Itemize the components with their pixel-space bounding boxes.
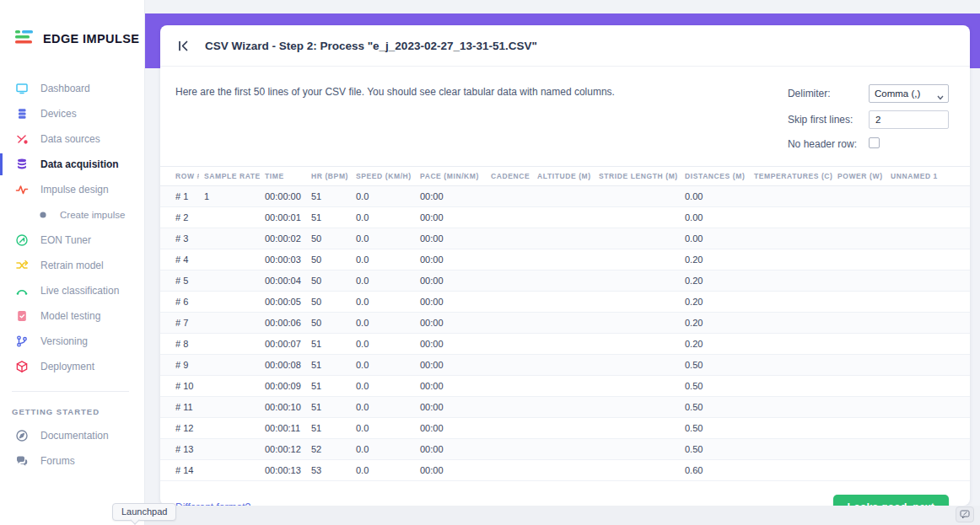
sidebar-item-label: Impulse design: [40, 184, 109, 196]
table-cell: [886, 397, 970, 418]
sidebar-item-retrain-model[interactable]: Retrain model: [0, 253, 144, 278]
table-cell: [594, 313, 680, 334]
sidebar-item-documentation[interactable]: Documentation: [0, 423, 144, 448]
table-cell: [749, 460, 832, 481]
sidebar-item-versioning[interactable]: Versioning: [0, 329, 144, 354]
table-cell: 00:00:07: [260, 334, 306, 355]
sidebar-item-data-acquisition[interactable]: Data acquisition: [0, 152, 144, 177]
no-header-label: No header row:: [788, 138, 857, 150]
column-header: DISTANCES (M): [680, 167, 749, 186]
back-icon[interactable]: [175, 38, 191, 53]
table-cell: 51: [306, 355, 351, 376]
sidebar-item-dashboard[interactable]: Dashboard: [0, 76, 144, 101]
documentation-icon: [15, 429, 29, 442]
table-cell: 00:00: [415, 249, 486, 271]
table-cell: [199, 271, 260, 292]
sidebar-item-forums[interactable]: Forums: [0, 448, 144, 474]
chevron-down-icon: [937, 92, 944, 102]
sidebar-item-devices[interactable]: Devices: [0, 101, 144, 126]
edge-impulse-logo-icon: [14, 29, 35, 49]
wizard-description: Here are the first 50 lines of your CSV …: [175, 84, 615, 152]
delimiter-label: Delimiter:: [788, 88, 857, 99]
skip-lines-input[interactable]: [869, 110, 949, 129]
table-cell: 50: [306, 271, 351, 292]
sidebar-item-label: Create impulse: [60, 210, 125, 220]
table-cell: 0.20: [680, 249, 749, 271]
table-row: # 1300:00:12520.000:000.50: [160, 439, 970, 460]
table-row: # 500:00:04500.000:000.20: [160, 271, 970, 292]
table-cell: 0.0: [351, 228, 415, 249]
table-cell: [199, 249, 260, 271]
table-cell: [486, 355, 532, 376]
table-cell: 0.20: [680, 271, 749, 292]
table-cell: [199, 313, 260, 334]
table-cell: # 8: [160, 334, 199, 355]
table-cell: [594, 334, 680, 355]
table-cell: 0.50: [680, 397, 749, 418]
sidebar-item-model-testing[interactable]: Model testing: [0, 303, 144, 329]
table-cell: [886, 376, 970, 397]
delimiter-select[interactable]: Comma (,): [869, 84, 949, 103]
csv-wizard-card: CSV Wizard - Step 2: Process "e_j_2023-0…: [160, 25, 970, 506]
table-row: # 1100:00:00510.000:000.00: [160, 186, 970, 207]
table-cell: [532, 355, 594, 376]
table-cell: [594, 418, 680, 439]
table-cell: [832, 334, 886, 355]
column-header: POWER (W): [832, 167, 886, 186]
table-cell: [594, 355, 680, 376]
table-cell: 50: [306, 292, 351, 313]
table-cell: [199, 355, 260, 376]
table-cell: [749, 292, 832, 313]
table-cell: 0.20: [680, 313, 749, 334]
table-cell: 0.0: [351, 439, 415, 460]
table-cell: [594, 397, 680, 418]
sidebar-item-create-impulse[interactable]: Create impulse: [0, 202, 144, 228]
table-cell: [199, 292, 260, 313]
table-cell: 0.0: [351, 313, 415, 334]
edge-impulse-logo[interactable]: EDGE IMPULSE: [0, 0, 144, 52]
table-cell: [594, 228, 680, 249]
sidebar-item-deployment[interactable]: Deployment: [0, 354, 144, 379]
eon-tuner-icon: [15, 233, 29, 247]
table-cell: [199, 460, 260, 481]
table-cell: [486, 228, 532, 249]
table-cell: 00:00: [415, 292, 486, 313]
table-cell: # 3: [160, 228, 199, 249]
table-cell: [832, 460, 886, 481]
sidebar-item-impulse-design[interactable]: Impulse design: [0, 177, 144, 202]
wizard-header: CSV Wizard - Step 2: Process "e_j_2023-0…: [160, 25, 970, 67]
sidebar-item-data-sources[interactable]: Data sources: [0, 126, 144, 152]
table-cell: [532, 228, 594, 249]
table-cell: [486, 313, 532, 334]
sidebar-item-eon-tuner[interactable]: EON Tuner: [0, 228, 144, 253]
table-cell: [886, 439, 970, 460]
table-cell: [886, 207, 970, 228]
table-cell: [594, 460, 680, 481]
table-cell: [199, 439, 260, 460]
column-header: ALTITUDE (M): [532, 167, 594, 186]
table-cell: [886, 249, 970, 271]
table-cell: [832, 439, 886, 460]
table-cell: 00:00: [415, 228, 486, 249]
table-cell: # 1: [160, 186, 199, 207]
table-cell: [886, 418, 970, 439]
table-cell: [886, 186, 970, 207]
table-cell: [832, 249, 886, 271]
sidebar-item-label: Retrain model: [40, 260, 104, 271]
dashboard-icon: [15, 82, 29, 95]
table-cell: [199, 207, 260, 228]
no-header-checkbox[interactable]: [869, 137, 880, 148]
feedback-button[interactable]: [956, 506, 974, 522]
table-cell: # 12: [160, 418, 199, 439]
table-cell: [832, 207, 886, 228]
table-cell: 00:00: [415, 207, 486, 228]
table-cell: 00:00:01: [260, 207, 306, 228]
versioning-icon: [15, 335, 29, 348]
sidebar-item-live-classification[interactable]: Live classification: [0, 278, 144, 303]
table-cell: # 2: [160, 207, 199, 228]
table-cell: 0.20: [680, 334, 749, 355]
table-cell: 1: [199, 186, 260, 207]
table-cell: 00:00: [415, 186, 486, 207]
table-cell: 0.00: [680, 228, 749, 249]
table-cell: # 9: [160, 355, 199, 376]
